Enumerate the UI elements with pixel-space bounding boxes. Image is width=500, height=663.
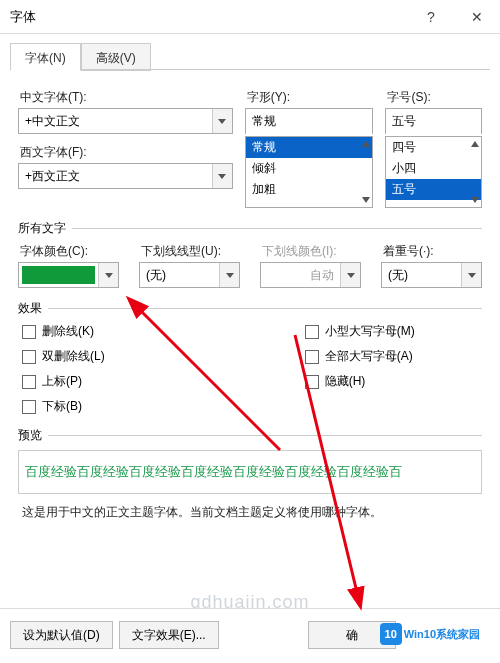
combo-under-style-value: (无)	[140, 267, 219, 284]
checkbox-label: 上标(P)	[42, 373, 82, 390]
combo-cn-font[interactable]: +中文正文	[18, 108, 233, 134]
tab-underline	[10, 69, 490, 70]
checkbox-smallcaps[interactable]: 小型大写字母(M)	[305, 323, 415, 340]
combo-emphasis-value: (无)	[382, 267, 461, 284]
tab-advanced[interactable]: 高级(V)	[81, 43, 151, 71]
site-logo: 10 Win10系统家园	[380, 623, 480, 645]
input-style[interactable]: 常规	[245, 108, 374, 134]
checkbox-dstrike[interactable]: 双删除线(L)	[22, 348, 105, 365]
checkbox-label: 隐藏(H)	[325, 373, 366, 390]
chevron-down-icon[interactable]	[212, 164, 232, 188]
logo-badge-icon: 10	[380, 623, 402, 645]
window-title: 字体	[10, 8, 408, 26]
label-under-style: 下划线线型(U):	[139, 243, 240, 260]
scroll-indicator[interactable]	[471, 141, 479, 203]
checkbox-label: 全部大写字母(A)	[325, 348, 413, 365]
list-item[interactable]: 小四	[386, 158, 481, 179]
label-emphasis: 着重号(·):	[381, 243, 482, 260]
combo-cn-font-value: +中文正文	[19, 113, 212, 130]
list-size[interactable]: 四号 小四 五号	[385, 136, 482, 208]
checkbox-label: 双删除线(L)	[42, 348, 105, 365]
label-style: 字形(Y):	[245, 89, 374, 106]
label-under-color: 下划线颜色(I):	[260, 243, 361, 260]
combo-west-font-value: +西文正文	[19, 168, 212, 185]
preview-text: 百度经验百度经验百度经验百度经验百度经验百度经验百度经验百	[25, 463, 402, 481]
combo-font-color[interactable]	[18, 262, 119, 288]
checkbox-subscript[interactable]: 下标(B)	[22, 398, 105, 415]
label-size: 字号(S):	[385, 89, 482, 106]
set-default-button[interactable]: 设为默认值(D)	[10, 621, 113, 649]
close-button[interactable]: ✕	[454, 0, 500, 34]
input-size-value: 五号	[386, 113, 481, 130]
section-effects: 效果	[18, 300, 42, 317]
combo-west-font[interactable]: +西文正文	[18, 163, 233, 189]
chevron-down-icon[interactable]	[98, 263, 118, 287]
list-item[interactable]: 五号	[386, 179, 481, 200]
list-item[interactable]: 加粗	[246, 179, 373, 200]
combo-emphasis[interactable]: (无)	[381, 262, 482, 288]
help-button[interactable]: ?	[408, 0, 454, 34]
checkbox-label: 小型大写字母(M)	[325, 323, 415, 340]
tab-strip: 字体(N) 高级(V)	[0, 34, 500, 70]
list-item[interactable]: 倾斜	[246, 158, 373, 179]
label-west-font: 西文字体(F):	[18, 144, 233, 161]
chevron-down-icon[interactable]	[219, 263, 239, 287]
title-bar: 字体 ? ✕	[0, 0, 500, 34]
checkbox-label: 下标(B)	[42, 398, 82, 415]
checkbox-hidden[interactable]: 隐藏(H)	[305, 373, 415, 390]
section-all-text: 所有文字	[18, 220, 66, 237]
chevron-down-icon[interactable]	[461, 263, 481, 287]
combo-under-color: 自动	[260, 262, 361, 288]
input-style-value: 常规	[246, 113, 373, 130]
scroll-indicator[interactable]	[362, 141, 370, 203]
color-swatch	[22, 266, 95, 284]
combo-under-color-value: 自动	[261, 267, 340, 284]
tab-font[interactable]: 字体(N)	[10, 43, 81, 71]
section-preview: 预览	[18, 427, 42, 444]
text-effect-button[interactable]: 文字效果(E)...	[119, 621, 219, 649]
preview-area: 百度经验百度经验百度经验百度经验百度经验百度经验百度经验百	[18, 450, 482, 494]
input-size[interactable]: 五号	[385, 108, 482, 134]
list-item[interactable]: 四号	[386, 137, 481, 158]
label-font-color: 字体颜色(C):	[18, 243, 119, 260]
logo-text: Win10系统家园	[404, 627, 480, 642]
label-cn-font: 中文字体(T):	[18, 89, 233, 106]
chevron-down-icon[interactable]	[212, 109, 232, 133]
list-item[interactable]: 常规	[246, 137, 373, 158]
chevron-down-icon	[340, 263, 360, 287]
combo-under-style[interactable]: (无)	[139, 262, 240, 288]
preview-description: 这是用于中文的正文主题字体。当前文档主题定义将使用哪种字体。	[18, 504, 482, 521]
list-style[interactable]: 常规 倾斜 加粗	[245, 136, 374, 208]
checkbox-label: 删除线(K)	[42, 323, 94, 340]
checkbox-superscript[interactable]: 上标(P)	[22, 373, 105, 390]
checkbox-strike[interactable]: 删除线(K)	[22, 323, 105, 340]
checkbox-allcaps[interactable]: 全部大写字母(A)	[305, 348, 415, 365]
